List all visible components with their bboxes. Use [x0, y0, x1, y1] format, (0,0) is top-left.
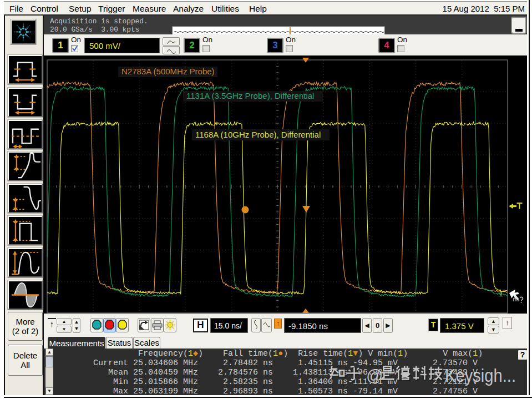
svg-text:@: @	[366, 366, 383, 385]
svg-text:N2783A (500MHz Probe): N2783A (500MHz Probe)	[121, 67, 215, 76]
svg-text:1131A (3.5GHz Probe), Differen: 1131A (3.5GHz Probe), Differential	[186, 91, 314, 100]
svg-text:Keysigh...: Keysigh...	[445, 366, 516, 386]
svg-text:1: 1	[499, 289, 503, 298]
svg-text:1168A (10GHz Probe), Different: 1168A (10GHz Probe), Differential	[195, 130, 321, 139]
